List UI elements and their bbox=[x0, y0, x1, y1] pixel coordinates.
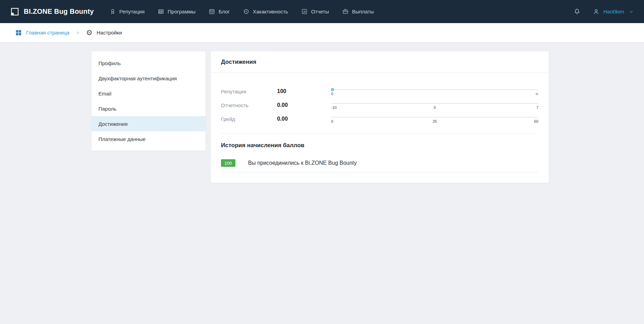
chevron-down-icon bbox=[629, 9, 634, 14]
nav-item-reputation[interactable]: Репутация bbox=[103, 0, 151, 23]
scale-mid: 0 bbox=[434, 105, 436, 110]
settings-nav-item-email[interactable]: Email bbox=[92, 86, 205, 101]
user-name: Han0ken bbox=[603, 9, 624, 14]
nav-item-label: Выплаты bbox=[352, 9, 374, 14]
programs-icon bbox=[158, 8, 164, 15]
settings-nav-item-label: Двухфакторная аутентификация bbox=[98, 75, 177, 81]
points-history-section: История начисления баллов 100 Вы присоед… bbox=[221, 133, 538, 172]
settings-nav-item-label: Email bbox=[98, 91, 112, 97]
nav-item-programs[interactable]: Программы bbox=[151, 0, 202, 23]
achievements-card: Достижения Репутация 100 0 ∞ Отчет bbox=[210, 51, 549, 183]
notifications-bell-icon[interactable] bbox=[572, 7, 582, 17]
nav-item-reports[interactable]: Отчеты bbox=[295, 0, 336, 23]
nav-item-label: Программы bbox=[168, 9, 196, 14]
points-badge: 100 bbox=[221, 159, 235, 167]
nav-item-label: Хакактивность bbox=[253, 9, 288, 14]
breadcrumb-home-link[interactable]: Главная страница bbox=[15, 29, 70, 36]
breadcrumb: Главная страница ⚙ Настройки bbox=[0, 23, 644, 42]
gear-icon: ⚙ bbox=[86, 29, 93, 36]
user-menu[interactable]: Han0ken bbox=[592, 8, 634, 16]
settings-nav-item-profile[interactable]: Профиль bbox=[92, 55, 205, 71]
slider-thumb[interactable] bbox=[331, 88, 334, 91]
metric-label: Отчетность bbox=[221, 102, 277, 108]
navbar-right: Han0ken bbox=[572, 7, 634, 17]
reputation-icon bbox=[109, 8, 116, 15]
points-history-title: История начисления баллов bbox=[221, 142, 538, 149]
scale-max: ∞ bbox=[536, 92, 538, 96]
breadcrumb-current-label: Настройки bbox=[97, 30, 122, 36]
main-nav: Репутация Программы Блог bbox=[103, 0, 380, 23]
top-navbar: BI.ZONE Bug Bounty Репутация Программы bbox=[0, 0, 644, 23]
slider-track bbox=[331, 117, 538, 118]
blog-icon bbox=[209, 8, 215, 15]
grade-slider: 0 25 50 bbox=[331, 115, 538, 123]
nav-item-blog[interactable]: Блог bbox=[202, 0, 236, 23]
hacktivity-icon bbox=[243, 8, 250, 15]
brand-name: BI.ZONE Bug Bounty bbox=[24, 8, 94, 16]
achievements-title: Достижения bbox=[211, 51, 549, 73]
slider-track bbox=[331, 103, 538, 104]
settings-nav-item-achievements[interactable]: Достижения bbox=[92, 116, 205, 131]
scale-max: 50 bbox=[534, 119, 538, 123]
settings-nav-item-label: Профиль bbox=[98, 60, 121, 66]
metric-value: 0.00 bbox=[277, 102, 331, 108]
bizone-logo-icon bbox=[10, 7, 19, 16]
settings-nav-item-payment-details[interactable]: Платежные данные bbox=[92, 131, 205, 146]
settings-nav-item-2fa[interactable]: Двухфакторная аутентификация bbox=[92, 71, 205, 86]
nav-item-label: Отчеты bbox=[311, 9, 329, 14]
metric-row-grade: Грейд 0.00 0 25 50 bbox=[221, 112, 538, 126]
slider-scale: 0 25 50 bbox=[331, 119, 538, 123]
settings-nav-item-label: Платежные данные bbox=[98, 136, 146, 142]
slider-scale: -10 0 7 bbox=[331, 105, 538, 110]
home-grid-icon bbox=[15, 29, 22, 36]
settings-nav-item-password[interactable]: Пароль bbox=[92, 101, 205, 116]
scale-min: 0 bbox=[331, 92, 333, 96]
settings-nav: Профиль Двухфакторная аутентификация Ema… bbox=[91, 51, 206, 151]
user-icon bbox=[592, 8, 600, 16]
breadcrumb-home-label: Главная страница bbox=[26, 30, 70, 36]
nav-item-label: Блог bbox=[219, 9, 230, 14]
settings-nav-item-label: Достижения bbox=[98, 121, 128, 127]
metric-value: 100 bbox=[277, 88, 331, 94]
metric-row-reputation: Репутация 100 0 ∞ bbox=[221, 84, 538, 98]
scale-min: -10 bbox=[331, 105, 337, 110]
metric-label: Грейд bbox=[221, 116, 277, 122]
settings-nav-item-label: Пароль bbox=[98, 106, 116, 112]
metric-value: 0.00 bbox=[277, 116, 331, 122]
reputation-slider: 0 ∞ bbox=[331, 87, 538, 96]
slider-scale: 0 ∞ bbox=[331, 92, 538, 96]
nav-item-payouts[interactable]: Выплаты bbox=[336, 0, 380, 23]
reports-icon bbox=[301, 8, 308, 15]
scale-min: 0 bbox=[331, 119, 333, 123]
metric-label: Репутация bbox=[221, 89, 277, 94]
history-entry: 100 Вы присоединились к Bi.ZONE Bug Boun… bbox=[221, 159, 538, 172]
brand[interactable]: BI.ZONE Bug Bounty bbox=[10, 7, 94, 16]
nav-item-hacktivity[interactable]: Хакактивность bbox=[236, 0, 295, 23]
main-content: Профиль Двухфакторная аутентификация Ema… bbox=[0, 42, 644, 183]
nav-item-label: Репутация bbox=[119, 9, 145, 14]
reporting-slider: -10 0 7 bbox=[331, 101, 538, 110]
breadcrumb-current: ⚙ Настройки bbox=[86, 29, 122, 36]
history-entry-text: Вы присоединились к Bi.ZONE Bug Bounty bbox=[248, 160, 357, 166]
scale-mid: 25 bbox=[433, 119, 437, 123]
payouts-icon bbox=[342, 8, 349, 15]
achievements-body: Репутация 100 0 ∞ Отчетность 0.00 bbox=[211, 73, 549, 183]
metric-row-reporting: Отчетность 0.00 -10 0 7 bbox=[221, 98, 538, 112]
scale-max: 7 bbox=[536, 105, 538, 110]
slider-track bbox=[331, 89, 538, 90]
chevron-right-icon bbox=[76, 31, 80, 35]
